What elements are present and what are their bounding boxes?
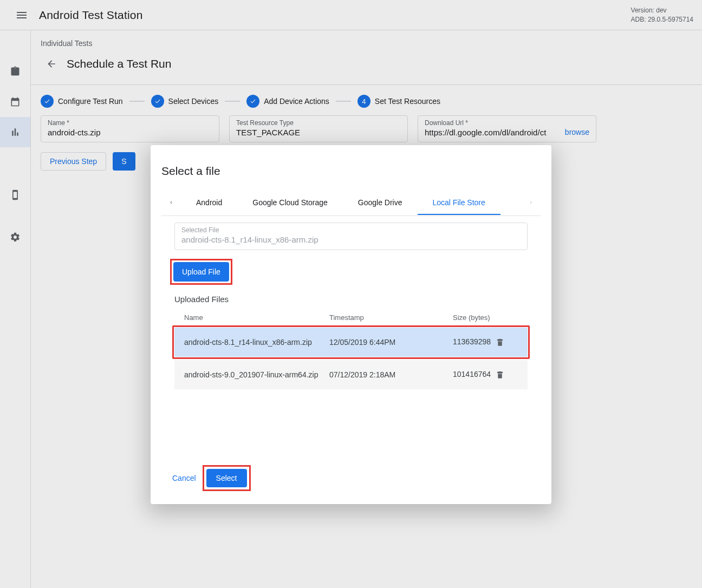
selected-file-field[interactable]: Selected File android-cts-8.1_r14-linux_…	[174, 223, 528, 250]
delete-icon[interactable]	[495, 337, 505, 347]
col-timestamp: Timestamp	[329, 313, 453, 322]
tab-gdrive[interactable]: Google Drive	[343, 191, 418, 214]
tab-gcs[interactable]: Google Cloud Storage	[237, 191, 343, 214]
file-size: 113639298	[453, 337, 495, 347]
tab-android[interactable]: Android	[181, 191, 237, 214]
file-size: 101416764	[453, 370, 495, 379]
file-name: android-cts-8.1_r14-linux_x86-arm.zip	[184, 338, 329, 347]
tab-bar: Android Google Cloud Storage Google Driv…	[161, 190, 541, 216]
file-timestamp: 12/05/2019 6:44PM	[329, 338, 453, 347]
col-name: Name	[184, 313, 329, 322]
col-size: Size (bytes)	[453, 313, 495, 322]
selected-file-value: android-cts-8.1_r14-linux_x86-arm.zip	[181, 235, 521, 244]
uploaded-files-heading: Uploaded Files	[174, 295, 541, 304]
file-name: android-sts-9.0_201907-linux-arm64.zip	[184, 370, 329, 379]
table-row[interactable]: android-cts-8.1_r14-linux_x86-arm.zip 12…	[174, 328, 528, 357]
upload-file-button[interactable]: Upload File	[173, 262, 229, 282]
dialog-scrim: Select a file Android Google Cloud Stora…	[0, 0, 702, 588]
file-timestamp: 07/12/2019 2:18AM	[329, 370, 453, 379]
annotation-highlight: Select	[203, 465, 251, 491]
selected-file-label: Selected File	[181, 226, 521, 234]
tab-scroll-left[interactable]	[161, 190, 181, 215]
dialog-actions: Cancel Select	[169, 465, 541, 491]
chevron-left-icon	[168, 198, 174, 207]
delete-icon[interactable]	[495, 370, 505, 380]
chevron-right-icon	[528, 198, 534, 207]
tab-scroll-right[interactable]	[521, 190, 541, 215]
table-header: Name Timestamp Size (bytes)	[174, 308, 528, 328]
file-select-dialog: Select a file Android Google Cloud Stora…	[151, 145, 551, 504]
annotation-highlight: Upload File	[170, 259, 232, 285]
table-row[interactable]: android-sts-9.0_201907-linux-arm64.zip 0…	[174, 360, 528, 389]
cancel-button[interactable]: Cancel	[169, 472, 199, 485]
uploaded-files-table: Name Timestamp Size (bytes) android-cts-…	[174, 308, 528, 389]
dialog-title: Select a file	[161, 165, 541, 178]
tab-local-file-store[interactable]: Local File Store	[418, 191, 500, 214]
select-button[interactable]: Select	[206, 469, 247, 487]
